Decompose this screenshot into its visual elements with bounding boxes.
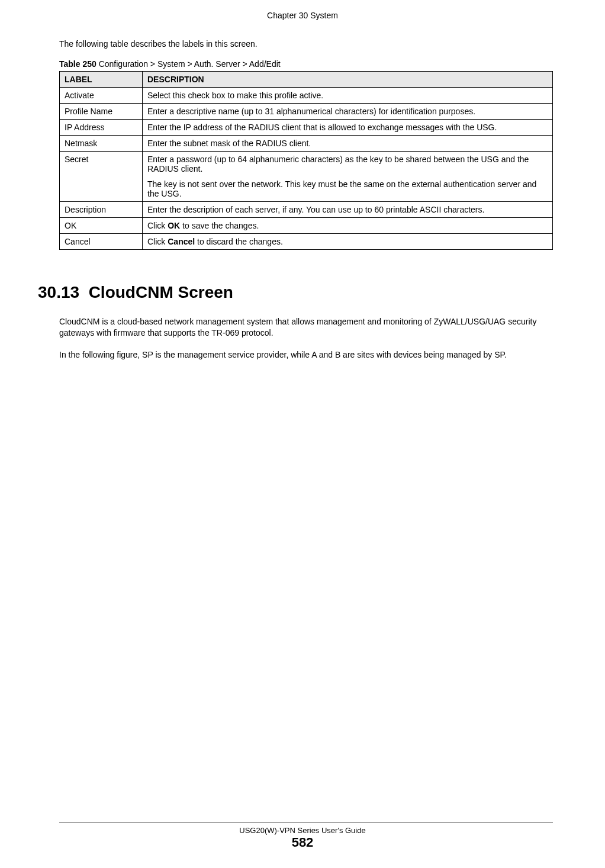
th-label: LABEL bbox=[60, 72, 143, 88]
row-label: Netmask bbox=[60, 136, 143, 152]
row-desc: Enter the subnet mask of the RADIUS clie… bbox=[143, 136, 553, 152]
table-row: Netmask Enter the subnet mask of the RAD… bbox=[60, 136, 553, 152]
row-desc-post: to save the changes. bbox=[180, 221, 259, 230]
footer-guide-title: USG20(W)-VPN Series User's Guide bbox=[0, 826, 605, 835]
footer-divider bbox=[59, 822, 553, 822]
table-row: Cancel Click Cancel to discard the chang… bbox=[60, 234, 553, 250]
section-heading: 30.13 CloudCNM Screen bbox=[38, 283, 553, 302]
table-caption: Table 250 Configuration > System > Auth.… bbox=[59, 59, 553, 69]
row-label: Description bbox=[60, 202, 143, 218]
row-desc: Enter the description of each server, if… bbox=[143, 202, 553, 218]
row-desc: Enter the IP address of the RADIUS clien… bbox=[143, 120, 553, 136]
section-number: 30.13 bbox=[38, 283, 79, 301]
page-content: The following table describes the labels… bbox=[0, 39, 605, 361]
row-desc-bold: OK bbox=[168, 221, 180, 230]
chapter-label: Chapter 30 System bbox=[267, 11, 338, 20]
row-label: Activate bbox=[60, 88, 143, 104]
section-title: CloudCNM Screen bbox=[89, 283, 233, 301]
table-row: Secret Enter a password (up to 64 alphan… bbox=[60, 152, 553, 202]
row-desc: Click OK to save the changes. bbox=[143, 218, 553, 234]
row-desc-bold: Cancel bbox=[168, 237, 195, 246]
th-description: DESCRIPTION bbox=[143, 72, 553, 88]
row-label: Profile Name bbox=[60, 104, 143, 120]
page-header: Chapter 30 System bbox=[0, 0, 605, 25]
table-row: Activate Select this check box to make t… bbox=[60, 88, 553, 104]
row-desc-post: to discard the changes. bbox=[195, 237, 283, 246]
table-row: Description Enter the description of eac… bbox=[60, 202, 553, 218]
row-desc: Enter a descriptive name (up to 31 alpha… bbox=[143, 104, 553, 120]
page-footer: USG20(W)-VPN Series User's Guide 582 bbox=[0, 822, 605, 850]
section-paragraph-1: CloudCNM is a cloud-based network manage… bbox=[59, 316, 553, 339]
row-desc: Select this check box to make this profi… bbox=[143, 88, 553, 104]
table-row: IP Address Enter the IP address of the R… bbox=[60, 120, 553, 136]
row-desc: Click Cancel to discard the changes. bbox=[143, 234, 553, 250]
table-header-row: LABEL DESCRIPTION bbox=[60, 72, 553, 88]
row-label: Secret bbox=[60, 152, 143, 202]
row-desc: Enter a password (up to 64 alphanumeric … bbox=[143, 152, 553, 202]
table-row: OK Click OK to save the changes. bbox=[60, 218, 553, 234]
row-label: Cancel bbox=[60, 234, 143, 250]
row-label: IP Address bbox=[60, 120, 143, 136]
section-paragraph-2: In the following figure, SP is the manag… bbox=[59, 349, 553, 361]
footer-page-number: 582 bbox=[0, 835, 605, 850]
label-description-table: LABEL DESCRIPTION Activate Select this c… bbox=[59, 71, 553, 250]
row-desc-pre: Click bbox=[147, 221, 168, 230]
table-row: Profile Name Enter a descriptive name (u… bbox=[60, 104, 553, 120]
row-desc-p1: Enter a password (up to 64 alphanumeric … bbox=[147, 155, 548, 173]
table-number: Table 250 bbox=[59, 59, 96, 69]
row-label: OK bbox=[60, 218, 143, 234]
row-desc-pre: Click bbox=[147, 237, 168, 246]
row-desc-p2: The key is not sent over the network. Th… bbox=[147, 179, 548, 198]
intro-paragraph: The following table describes the labels… bbox=[59, 39, 553, 49]
table-caption-rest: Configuration > System > Auth. Server > … bbox=[96, 59, 281, 69]
